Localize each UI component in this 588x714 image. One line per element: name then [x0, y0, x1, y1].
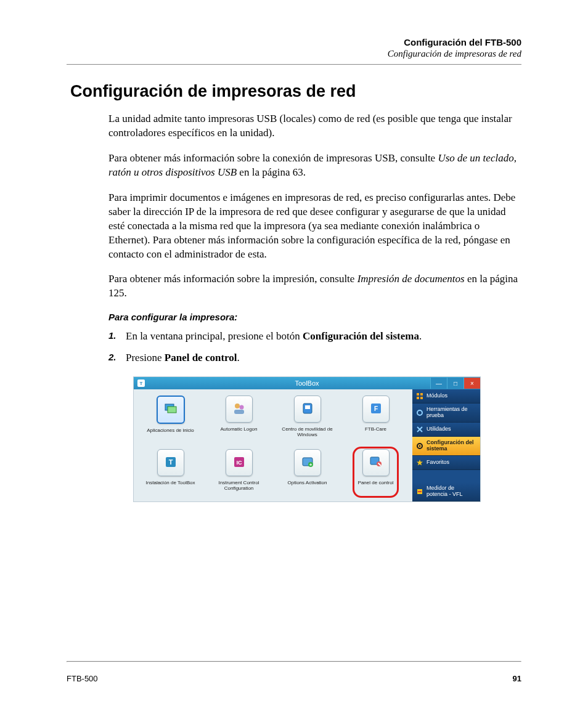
svg-text:T: T: [168, 458, 173, 466]
app-instrument-control[interactable]: IC Instrument Control Configuration: [205, 445, 273, 498]
sidebar-item-configuracion[interactable]: Configuración del sistema: [412, 437, 480, 456]
sidebar-item-modulos[interactable]: Módulos: [412, 389, 480, 404]
svg-point-3: [239, 405, 243, 410]
svg-point-23: [417, 410, 422, 415]
ftbcare-icon: F: [369, 401, 383, 417]
window-title: ToolBox: [134, 379, 480, 387]
svg-rect-6: [305, 405, 310, 409]
app-grid: Aplicaciones de inicio Automatic Logon C…: [134, 389, 412, 501]
users-icon: [232, 401, 247, 417]
ic-icon: IC: [232, 455, 247, 471]
app-options-activation[interactable]: + Options Activation: [273, 445, 341, 498]
svg-rect-20: [420, 393, 423, 396]
gear-icon: [416, 442, 423, 450]
power-meter-icon: [416, 488, 423, 495]
svg-text:IC: IC: [236, 460, 242, 466]
options-activation-icon: +: [300, 455, 315, 471]
paragraph-3: Para imprimir documentos e imágenes en i…: [67, 191, 521, 262]
sidebar: Módulos Herramientas de prueba Utilidade…: [412, 389, 480, 501]
window-titlebar: T ToolBox — □ ×: [134, 377, 480, 389]
utilities-icon: [416, 426, 423, 433]
control-panel-icon: [369, 455, 383, 471]
app-centro-movilidad[interactable]: Centro de movilidad de Windows: [273, 392, 341, 445]
footer-rule: [67, 661, 521, 662]
header-rule: [67, 64, 521, 65]
page-number: 91: [513, 674, 521, 683]
page-footer: FTB-500 91: [67, 674, 521, 683]
header-subtitle: Configuración de impresoras de red: [67, 49, 521, 59]
header-title: Configuración del FTB-500: [67, 37, 521, 47]
procedure-heading: Para configurar la impresora:: [67, 312, 521, 322]
svg-text:+: +: [309, 462, 312, 468]
windows-stack-icon: [163, 402, 178, 418]
running-header: Configuración del FTB-500 Configuración …: [67, 37, 521, 59]
paragraph-1: La unidad admite tanto impresoras USB (l…: [67, 112, 521, 140]
svg-marker-26: [417, 460, 423, 466]
page-title: Configuración de impresoras de red: [70, 82, 521, 101]
modules-icon: [416, 392, 423, 400]
svg-rect-19: [417, 393, 419, 396]
sidebar-item-favoritos[interactable]: Favoritos: [412, 456, 480, 470]
app-ftb-care[interactable]: F FTB-Care: [341, 392, 410, 445]
test-tools-icon: [416, 409, 423, 416]
toolbox-install-icon: T: [163, 455, 178, 471]
sidebar-item-medidor[interactable]: Medidor de potencia - VFL: [412, 482, 480, 501]
svg-point-2: [235, 404, 240, 408]
svg-rect-1: [168, 407, 176, 413]
toolbox-screenshot: T ToolBox — □ × Aplicaciones de inicio A…: [133, 376, 481, 501]
svg-text:F: F: [374, 405, 377, 412]
svg-rect-21: [417, 397, 419, 399]
step-2: 2. Presione Panel de control.: [67, 351, 521, 365]
sidebar-item-herramientas[interactable]: Herramientas de prueba: [412, 404, 480, 423]
svg-point-25: [419, 445, 421, 447]
star-icon: [416, 459, 423, 466]
footer-model: FTB-500: [67, 674, 98, 683]
mobility-icon: [300, 401, 315, 417]
app-panel-de-control[interactable]: Panel de control: [341, 445, 410, 498]
app-automatic-logon[interactable]: Automatic Logon: [205, 392, 273, 445]
paragraph-2: Para obtener más información sobre la co…: [67, 152, 521, 180]
app-instalacion-toolbox[interactable]: T Instalación de ToolBox: [136, 445, 205, 498]
app-aplicaciones-inicio[interactable]: Aplicaciones de inicio: [136, 392, 205, 445]
paragraph-4: Para obtener más información sobre la im…: [67, 272, 521, 301]
sidebar-item-utilidades[interactable]: Utilidades: [412, 423, 480, 437]
svg-rect-4: [234, 410, 244, 414]
svg-rect-28: [418, 491, 422, 492]
svg-rect-22: [420, 397, 423, 399]
step-1: 1. En la ventana principal, presione el …: [67, 330, 521, 344]
